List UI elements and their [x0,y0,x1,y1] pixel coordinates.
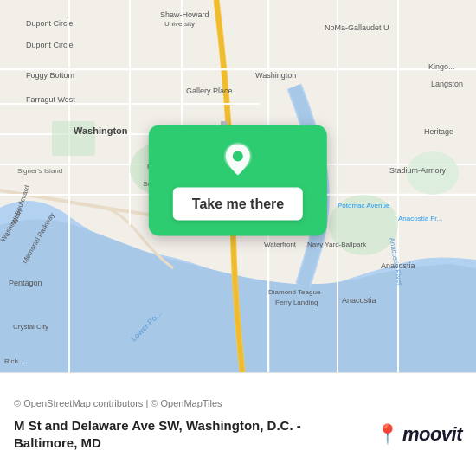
svg-text:Foggy Bottom: Foggy Bottom [26,71,74,80]
moovit-pin-icon: 📍 [376,423,399,446]
svg-text:Ferry Landing: Ferry Landing [275,299,318,306]
svg-text:Gallery Place: Gallery Place [186,87,233,95]
copyright-text: © OpenStreetMap contributors | © OpenMap… [14,398,462,408]
take-me-there-button[interactable]: Take me there [173,188,303,221]
svg-text:Diamond Teague: Diamond Teague [268,288,321,296]
svg-text:Washington: Washington [255,71,296,80]
moovit-logo: 📍 moovit [376,423,462,446]
location-info-row: M St and Delaware Ave SW, Washington, D.… [14,417,462,451]
svg-text:University: University [164,20,195,28]
svg-text:Navy Yard-Ballpark: Navy Yard-Ballpark [307,241,367,248]
svg-text:Crystal City: Crystal City [13,323,48,331]
svg-text:Potomac Avenue: Potomac Avenue [338,202,390,209]
moovit-wordmark: moovit [402,423,462,446]
svg-point-54 [233,151,243,162]
svg-text:Anacostia: Anacostia [342,296,376,305]
svg-text:Waterfront: Waterfront [264,241,297,248]
svg-text:Dupont Circle: Dupont Circle [26,19,74,28]
location-name: M St and Delaware Ave SW, Washington, D.… [14,417,367,451]
svg-text:Heritage: Heritage [424,127,453,136]
svg-text:Stadium-Armory: Stadium-Armory [389,166,447,175]
svg-text:Signer's Island: Signer's Island [17,167,62,175]
footer: © OpenStreetMap contributors | © OpenMap… [0,372,476,476]
svg-text:Shaw-Howard: Shaw-Howard [160,10,209,19]
svg-text:Dupont Circle: Dupont Circle [26,41,74,49]
location-pin-icon [219,141,257,179]
svg-text:NoMa-Gallaudet U: NoMa-Gallaudet U [325,23,389,32]
svg-text:Langston: Langston [431,80,463,88]
map-container: Dupont Circle Dupont Circle Shaw-Howard … [0,0,476,372]
svg-text:Washington: Washington [74,125,128,136]
svg-text:Rich...: Rich... [4,357,24,365]
svg-text:Pentagon: Pentagon [9,279,42,287]
action-card: Take me there [149,125,327,236]
svg-text:Kingo...: Kingo... [428,62,455,71]
svg-text:Anacostia Fr...: Anacostia Fr... [398,215,442,222]
svg-text:Farragut West: Farragut West [26,95,75,104]
